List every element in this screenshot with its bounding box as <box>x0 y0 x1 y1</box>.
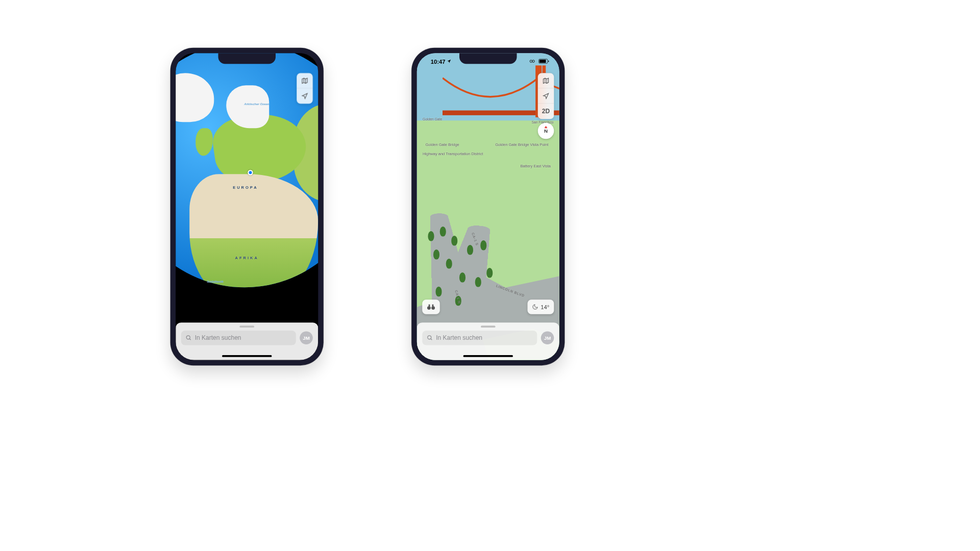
location-arrow-icon <box>301 93 308 100</box>
poi-battery-vista[interactable]: Battery East Vista <box>521 164 551 168</box>
search-icon <box>427 335 433 341</box>
profile-avatar[interactable]: JM <box>300 332 313 345</box>
poi-gg-vista[interactable]: Golden Gate Bridge Vista Point <box>495 142 548 146</box>
locate-button[interactable] <box>538 88 554 104</box>
svg-line-12 <box>431 339 432 340</box>
map-controls <box>297 73 313 104</box>
map-icon <box>543 77 550 84</box>
svg-point-2 <box>530 60 532 63</box>
phone-3d-map: 10:47 <box>411 48 565 366</box>
compass-button[interactable]: N <box>538 123 554 139</box>
poi-golden-gate[interactable]: Golden Gate <box>423 118 442 122</box>
svg-point-7 <box>427 306 431 310</box>
continent-label-europa: EUROPA <box>233 185 258 189</box>
toggle-2d-button[interactable]: 2D <box>538 104 554 119</box>
binoculars-icon <box>427 304 435 311</box>
search-sheet[interactable]: In Karten suchen JM <box>417 322 559 360</box>
search-icon <box>186 335 192 341</box>
moon-icon <box>532 304 538 310</box>
link-icon <box>529 59 536 64</box>
map-icon <box>301 77 308 84</box>
status-bar: 10:47 <box>417 53 559 69</box>
user-location-dot <box>248 170 253 176</box>
sheet-grabber[interactable] <box>240 325 255 328</box>
ocean-label-arctic: Arktischer Ozean <box>244 102 269 106</box>
ocean-label-sudatlantik: Südatlantik <box>207 280 224 284</box>
home-indicator[interactable] <box>463 355 513 357</box>
home-indicator[interactable] <box>222 355 272 357</box>
phone-globe: Arktischer Ozean EUROPA AFRIKA Südatlant… <box>170 48 324 366</box>
locate-button[interactable] <box>297 88 313 104</box>
compass-label: N <box>544 128 548 134</box>
svg-rect-9 <box>429 305 430 307</box>
poi-golden-gate-bridge[interactable]: Golden Gate Bridge <box>425 142 459 146</box>
map-mode-button[interactable] <box>297 73 313 88</box>
svg-point-11 <box>428 336 431 339</box>
status-time: 10:47 <box>431 58 446 65</box>
search-placeholder: In Karten suchen <box>436 335 482 342</box>
map-mode-button[interactable] <box>538 73 554 88</box>
sheet-grabber[interactable] <box>481 325 496 328</box>
look-around-button[interactable] <box>422 299 440 314</box>
search-input[interactable]: In Karten suchen <box>181 331 296 345</box>
svg-point-0 <box>186 336 190 339</box>
battery-icon <box>538 59 548 64</box>
weather-temp: 14° <box>541 304 549 310</box>
weather-chip[interactable]: 14° <box>528 299 554 314</box>
location-arrow-icon <box>543 92 550 99</box>
profile-avatar[interactable]: JM <box>541 332 554 345</box>
svg-rect-10 <box>432 305 434 307</box>
svg-point-8 <box>431 306 435 310</box>
search-placeholder: In Karten suchen <box>195 335 241 342</box>
map-controls: 2D <box>538 73 554 119</box>
svg-point-3 <box>532 60 535 63</box>
search-sheet[interactable]: In Karten suchen JM <box>176 322 318 360</box>
location-services-icon <box>447 59 452 64</box>
search-input[interactable]: In Karten suchen <box>422 331 537 345</box>
poi-hwy-district[interactable]: Highway and Transportation District <box>423 152 483 156</box>
continent-label-afrika: AFRIKA <box>235 256 259 260</box>
svg-line-1 <box>189 339 191 340</box>
